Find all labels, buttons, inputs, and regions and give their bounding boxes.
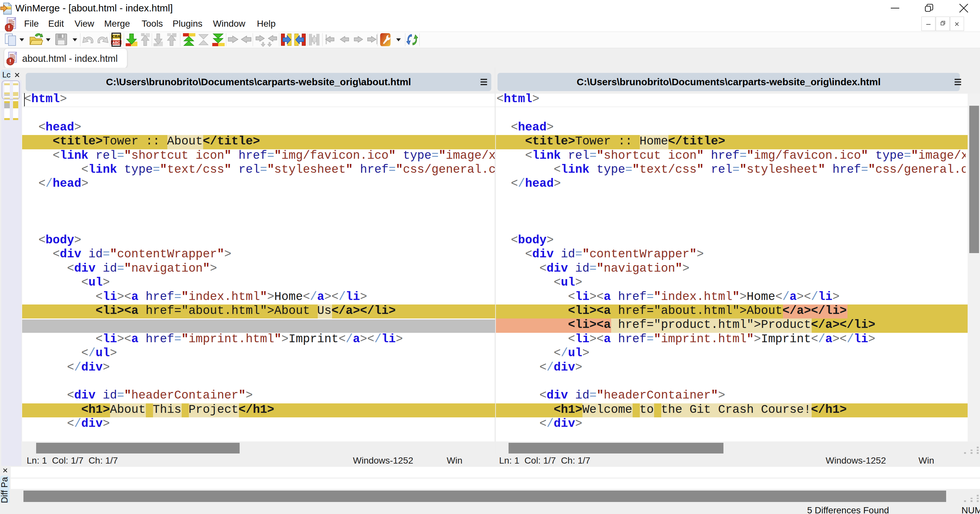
svg-text:ABC: ABC bbox=[112, 41, 120, 44]
svg-text:CBA: CBA bbox=[112, 35, 120, 38]
